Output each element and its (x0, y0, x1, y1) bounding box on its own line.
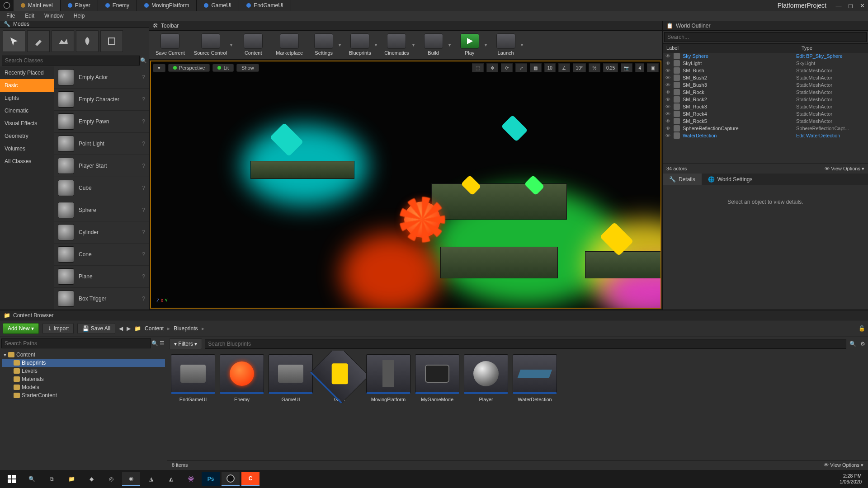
search-icon[interactable]: 🔍 (849, 340, 856, 347)
help-icon[interactable]: ? (142, 229, 145, 235)
search-icon[interactable]: 🔍 (151, 340, 158, 347)
menu-item[interactable]: Window (40, 12, 68, 20)
document-tab[interactable]: MainLevel (14, 0, 61, 11)
geometry-mode-button[interactable] (100, 30, 123, 52)
source-tree-node[interactable]: Levels (2, 367, 165, 375)
placement-category[interactable]: Basic (0, 79, 54, 92)
menu-item[interactable]: File (2, 12, 19, 20)
menu-item[interactable]: Help (69, 12, 90, 20)
foliage-mode-button[interactable] (76, 30, 99, 52)
paint-mode-button[interactable] (27, 30, 50, 52)
placement-category[interactable]: Lights (0, 92, 54, 104)
content-lock-icon[interactable]: 🔓 (859, 325, 865, 332)
asset-tile[interactable]: Player (464, 354, 508, 402)
help-icon[interactable]: ? (142, 163, 145, 169)
camera-speed-button[interactable]: 📷 (621, 63, 632, 72)
outliner-row[interactable]: 👁SM_Bush3StaticMeshActor (663, 81, 868, 89)
start-button[interactable] (3, 472, 21, 486)
help-icon[interactable]: ? (142, 273, 145, 280)
snap-angle-value[interactable]: 10° (573, 63, 586, 72)
transform-scale-button[interactable]: ⤢ (515, 63, 527, 72)
visibility-toggle-icon[interactable]: 👁 (665, 61, 671, 66)
search-assets-input[interactable] (205, 339, 846, 349)
placement-actor[interactable]: Empty Actor? (54, 66, 149, 89)
camera-speed-value[interactable]: 4 (635, 63, 644, 72)
unity-icon[interactable]: ◭ (162, 472, 180, 486)
document-tab[interactable]: Enemy (98, 0, 137, 11)
document-tab[interactable]: MovingPlatform (137, 0, 197, 11)
outliner-row[interactable]: 👁SM_BushStaticMeshActor (663, 67, 868, 74)
window-minimize-button[interactable]: — (833, 0, 844, 11)
task-view-icon[interactable]: ⧉ (42, 472, 61, 486)
steam-icon[interactable]: ◎ (102, 472, 120, 486)
cinematics-button[interactable]: Cinematics (382, 33, 415, 56)
outliner-row[interactable]: 👁SM_Rock4StaticMeshActor (663, 110, 868, 117)
outliner-view-options[interactable]: 👁 View Options ▾ (825, 166, 864, 172)
sources-toggle-icon[interactable]: ☰ (158, 340, 165, 347)
placement-actor[interactable]: Sphere? (54, 199, 149, 221)
source-tree-node[interactable]: Models (2, 383, 165, 391)
outliner-row[interactable]: 👁SM_Rock5StaticMeshActor (663, 117, 868, 125)
placement-actor[interactable]: Plane? (54, 266, 149, 288)
viewport-lit-toggle[interactable]: Lit (212, 64, 234, 72)
help-icon[interactable]: ? (142, 74, 145, 80)
menu-item[interactable]: Edit (20, 12, 39, 20)
outliner-row[interactable]: 👁Sky SphereEdit BP_Sky_Sphere (663, 52, 868, 60)
expand-icon[interactable]: ▾ (4, 352, 6, 358)
viewport-show-menu[interactable]: Show (236, 64, 259, 72)
visibility-toggle-icon[interactable]: 👁 (665, 75, 671, 80)
visibility-toggle-icon[interactable]: 👁 (665, 133, 671, 138)
build-button[interactable]: Build (419, 33, 452, 56)
placement-category[interactable]: Cinematic (0, 104, 54, 117)
window-maximize-button[interactable]: ◻ (844, 0, 856, 11)
visibility-toggle-icon[interactable]: 👁 (665, 104, 671, 109)
visibility-toggle-icon[interactable]: 👁 (665, 111, 671, 117)
search-paths-input[interactable] (1, 338, 151, 348)
visibility-toggle-icon[interactable]: 👁 (665, 126, 671, 131)
breadcrumb-item[interactable]: Content (145, 325, 164, 332)
transform-rotate-button[interactable]: ⟳ (501, 63, 513, 72)
placement-actor[interactable]: Cone? (54, 244, 149, 266)
asset-tile[interactable]: GameUI (269, 354, 313, 402)
outliner-search-input[interactable] (664, 32, 867, 42)
transform-select-button[interactable]: ⬚ (472, 63, 484, 72)
placement-category[interactable]: Volumes (0, 142, 54, 155)
outliner-row[interactable]: 👁WaterDetectionEdit WaterDetection (663, 132, 868, 139)
placement-actor[interactable]: Box Trigger? (54, 288, 149, 310)
outliner-row[interactable]: 👁SM_Bush2StaticMeshActor (663, 74, 868, 81)
placement-category[interactable]: Recently Placed (0, 66, 54, 79)
visibility-toggle-icon[interactable]: 👁 (665, 118, 671, 124)
help-icon[interactable]: ? (142, 251, 145, 258)
snap-scale-value[interactable]: 0.25 (603, 63, 618, 72)
outliner-row[interactable]: 👁SM_Rock2StaticMeshActor (663, 96, 868, 103)
placement-actor[interactable]: Cube? (54, 177, 149, 199)
world-settings-tab[interactable]: 🌐 World Settings (702, 174, 759, 185)
history-back-button[interactable]: ◀ (119, 325, 123, 332)
asset-settings-icon[interactable]: ⚙ (859, 340, 866, 347)
placement-actor[interactable]: Cylinder? (54, 221, 149, 244)
details-tab[interactable]: 🔧 Details (663, 174, 702, 185)
system-clock[interactable]: 2:28 PM 1/06/2020 (840, 473, 865, 485)
snap-scale-toggle[interactable]: % (589, 63, 600, 72)
toolbar-panel-tab[interactable]: 🛠 Toolbar (149, 21, 662, 31)
asset-tile[interactable]: Enemy (220, 354, 264, 402)
file-explorer-icon[interactable]: 📁 (62, 472, 80, 486)
placement-category[interactable]: Geometry (0, 130, 54, 142)
chrome-icon[interactable]: ◉ (122, 472, 140, 486)
content-view-options[interactable]: 👁 View Options ▾ (824, 462, 863, 468)
visibility-toggle-icon[interactable]: 👁 (665, 53, 671, 59)
asset-tile[interactable]: MyGameMode (415, 354, 459, 402)
photoshop-icon[interactable]: Ps (202, 472, 220, 486)
help-icon[interactable]: ? (142, 296, 145, 302)
breadcrumb-item[interactable]: Blueprints (174, 325, 198, 332)
asset-tile[interactable]: Gem (317, 354, 362, 402)
history-fwd-button[interactable]: ▶ (127, 325, 131, 332)
content-button[interactable]: Content (237, 33, 269, 56)
filters-button[interactable]: ▾ Filters ▾ (169, 338, 202, 349)
search-icon[interactable]: 🔍 (140, 57, 147, 64)
visibility-toggle-icon[interactable]: 👁 (665, 68, 671, 73)
help-icon[interactable]: ? (142, 141, 145, 147)
asset-tile[interactable]: EndGameUI (171, 354, 215, 402)
discord-icon[interactable]: 👾 (182, 472, 200, 486)
blueprints-button[interactable]: Blueprints (345, 33, 378, 56)
